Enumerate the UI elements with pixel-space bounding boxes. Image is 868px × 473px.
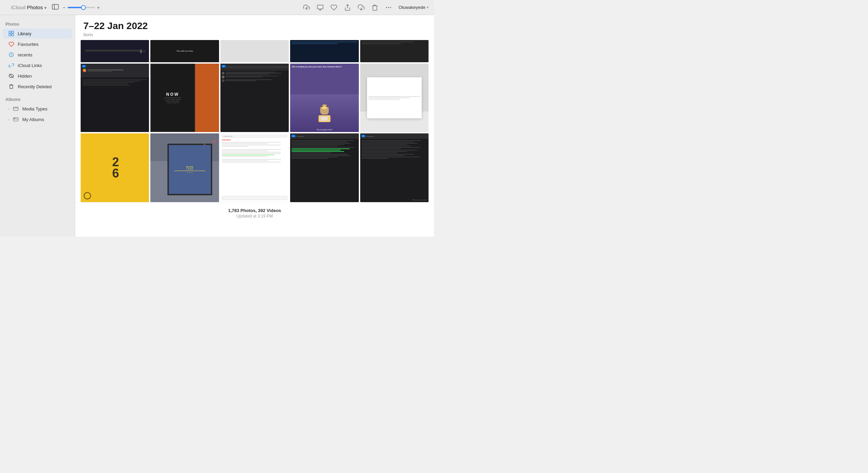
page-subtitle: Ilorin	[83, 32, 426, 37]
icloud-label: iCloud	[11, 4, 26, 10]
sidebar: Photos Library Favourites	[0, 15, 75, 237]
more-button[interactable]	[385, 4, 392, 11]
list-item[interactable]: The You Agenda	[360, 133, 429, 202]
content-header: 7–22 Jan 2022 Ilorin	[75, 15, 434, 40]
svg-rect-12	[12, 31, 14, 33]
zoom-plus[interactable]: +	[97, 5, 100, 10]
ios-badge: ●●	[82, 65, 86, 67]
title-bar-right: Oluwakeyede ▾	[303, 4, 429, 11]
sidebar-toggle-button[interactable]	[52, 4, 59, 11]
ios-badge4: ●●	[362, 135, 365, 137]
list-item[interactable]: You write my story	[150, 40, 219, 62]
sidebar-item-hidden-label: Hidden	[18, 74, 32, 79]
zoom-minus[interactable]: −	[63, 5, 66, 10]
list-item[interactable]: The You Agenda	[290, 133, 358, 202]
ios-badge2: ●●	[222, 65, 226, 67]
list-item[interactable]	[220, 40, 289, 62]
trash-button[interactable]	[371, 4, 379, 11]
sidebar-group-media-types[interactable]: › Media Types	[3, 104, 72, 114]
title-bar-left: iCloud Photos ▾ − +	[5, 4, 100, 11]
import-button[interactable]	[316, 4, 324, 11]
my-albums-chevron: ›	[8, 118, 9, 121]
doc-header: ✕ [Shared Enter…	[222, 135, 287, 137]
ios-badge3: ●●	[291, 135, 295, 137]
sidebar-item-favourites-label: Favourites	[18, 42, 39, 47]
list-item[interactable]: ●●	[81, 64, 149, 132]
list-item[interactable]	[360, 64, 429, 132]
svg-rect-14	[12, 34, 14, 36]
download-button[interactable]	[357, 4, 365, 11]
photos-count: 1,783 Photos, 392 Videos	[81, 208, 429, 213]
doc-header-label: ✕ [Shared Enter…	[223, 135, 234, 137]
title-bar: iCloud Photos ▾ − +	[0, 0, 434, 15]
sidebar-item-library-label: Library	[18, 31, 31, 36]
sidebar-item-hidden[interactable]: Hidden	[3, 71, 72, 81]
sidebar-item-recents[interactable]: recents	[3, 50, 72, 60]
sidebar-item-favourites[interactable]: Favourites	[3, 39, 72, 49]
svg-point-10	[386, 7, 387, 8]
media-types-chevron: ›	[8, 107, 9, 111]
share-button[interactable]	[344, 4, 351, 11]
zoom-control: − +	[63, 5, 100, 10]
svg-rect-13	[9, 34, 11, 36]
svg-point-8	[388, 7, 389, 8]
ios-app-label2: The You Agenda	[364, 135, 374, 137]
sidebar-group-my-albums[interactable]: › My Albums	[3, 114, 72, 124]
trash-sidebar-icon	[8, 83, 14, 90]
page-title: 7–22 Jan 2022	[83, 21, 426, 31]
app-chevron[interactable]: ▾	[44, 5, 46, 10]
albums-section-label: Albums	[0, 94, 75, 103]
icloud-link-icon	[8, 62, 14, 68]
zoom-slider[interactable]	[68, 7, 95, 8]
user-menu-button[interactable]: Oluwakeyede ▾	[398, 5, 429, 10]
heart-icon	[8, 41, 14, 47]
content-area: 7–22 Jan 2022 Ilorin You write my story	[75, 15, 434, 237]
list-item[interactable]	[290, 40, 358, 62]
hidden-icon	[8, 73, 14, 79]
app-title: iCloud Photos ▾	[11, 4, 46, 10]
sidebar-item-recently-deleted[interactable]: Recently Deleted	[3, 81, 72, 92]
more-love-subtitle: LOVE	[186, 168, 193, 170]
squidward-caption: "Ah yes quality content"	[316, 129, 333, 131]
favourite-button[interactable]	[330, 4, 338, 11]
library-icon	[8, 30, 14, 37]
list-item[interactable]: 26 ◯	[81, 133, 149, 202]
photos-section-label: Photos	[0, 19, 75, 28]
svg-rect-0	[52, 4, 58, 9]
list-item[interactable]: NOW IF YOU ANYTHING GOES BEYOND YOUR LIM…	[150, 64, 219, 132]
list-item[interactable]	[81, 40, 149, 62]
list-item[interactable]	[360, 40, 429, 62]
svg-rect-3	[317, 5, 323, 9]
user-name-label: Oluwakeyede	[398, 5, 425, 10]
sidebar-group-media-types-label: Media Types	[22, 106, 47, 111]
list-item[interactable]: Me re-reading my own post every time som…	[290, 64, 358, 132]
numbers-extra: ◯	[83, 191, 91, 199]
last-updated: Updated at 3:19 PM	[81, 214, 429, 219]
svg-point-20	[14, 118, 15, 119]
content-footer: 1,783 Photos, 392 Videos Updated at 3:19…	[75, 202, 434, 224]
list-item[interactable]: ●●	[220, 64, 289, 132]
sidebar-item-library[interactable]: Library	[3, 28, 72, 39]
ios-app-label: The You Agenda	[294, 135, 304, 137]
svg-rect-17	[13, 107, 18, 110]
doc-content-lines	[222, 142, 287, 162]
photo-grid-row2: 26 ◯ MORE LOVE 2 2 2 1	[75, 133, 434, 202]
photos-label: Photos	[26, 4, 43, 10]
sidebar-item-recently-deleted-label: Recently Deleted	[18, 84, 52, 89]
svg-rect-11	[9, 31, 11, 33]
top-partial-row: You write my story	[75, 40, 434, 62]
numbers-graffiti: 26	[112, 157, 118, 179]
sidebar-group-my-albums-label: My Albums	[22, 117, 44, 122]
recents-icon	[8, 52, 14, 58]
list-item[interactable]: ✕ [Shared Enter… AMANDA	[220, 133, 289, 202]
more-love-year: 2 2 2 1	[187, 172, 193, 173]
list-item[interactable]: MORE LOVE 2 2 2 1	[150, 133, 219, 202]
svg-point-9	[390, 7, 391, 8]
upload-button[interactable]	[303, 4, 310, 11]
sidebar-item-recents-label: recents	[18, 52, 32, 57]
sidebar-item-icloud-links-label: iCloud Links	[18, 63, 42, 68]
main-layout: Photos Library Favourites	[0, 15, 434, 237]
sidebar-item-icloud-links[interactable]: iCloud Links	[3, 60, 72, 70]
photo-grid-row1: ●● NOW IF YOU ANYTHING GOES BEYOND YOUR …	[75, 64, 434, 132]
user-chevron-icon: ▾	[427, 5, 429, 9]
